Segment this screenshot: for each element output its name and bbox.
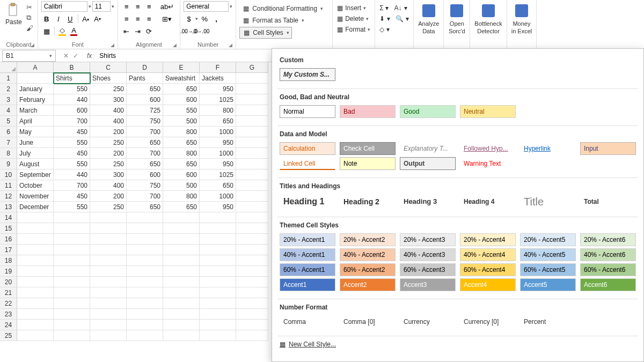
- cell[interactable]: [90, 287, 127, 298]
- launcher-icon[interactable]: ◢: [111, 42, 114, 48]
- cell[interactable]: [163, 266, 200, 277]
- style-swatch[interactable]: Accent3: [400, 278, 456, 291]
- style-swatch[interactable]: 20% - Accent4: [460, 233, 516, 246]
- cell[interactable]: 450: [54, 191, 90, 202]
- cell[interactable]: [127, 320, 163, 330]
- cell[interactable]: [90, 330, 127, 341]
- col-header[interactable]: B: [54, 62, 90, 73]
- cell[interactable]: Pants: [127, 73, 163, 84]
- style-swatch[interactable]: 60% - Accent5: [520, 263, 576, 276]
- row-header[interactable]: 23: [0, 309, 17, 320]
- cell[interactable]: [17, 266, 54, 277]
- cell[interactable]: [127, 277, 163, 287]
- style-swatch[interactable]: 60% - Accent4: [460, 263, 516, 276]
- cell[interactable]: [17, 330, 54, 341]
- cell[interactable]: [200, 223, 236, 234]
- style-swatch[interactable]: Accent6: [580, 278, 636, 291]
- cell[interactable]: 800: [200, 105, 236, 116]
- cell[interactable]: [127, 266, 163, 277]
- cell[interactable]: 750: [127, 180, 163, 191]
- row-header[interactable]: 3: [0, 94, 17, 105]
- style-swatch[interactable]: 40% - Accent3: [400, 248, 456, 261]
- cell[interactable]: [127, 234, 163, 245]
- cell[interactable]: 250: [90, 84, 127, 94]
- enter-icon[interactable]: ✓: [73, 52, 78, 60]
- font-color-button[interactable]: A: [69, 26, 79, 36]
- cell[interactable]: [236, 245, 268, 255]
- style-swatch[interactable]: 40% - Accent6: [580, 248, 636, 261]
- cell[interactable]: [236, 159, 268, 169]
- style-swatch[interactable]: Note: [340, 157, 396, 170]
- style-swatch[interactable]: Accent1: [280, 278, 335, 291]
- format-painter-icon[interactable]: 🖌: [26, 24, 33, 32]
- cell[interactable]: 450: [54, 148, 90, 159]
- cell[interactable]: [163, 234, 200, 245]
- style-swatch[interactable]: Good: [400, 105, 456, 118]
- fx-icon[interactable]: fx: [84, 52, 95, 60]
- cell[interactable]: October: [17, 180, 54, 191]
- addin-button[interactable]: AnalyzeData: [414, 0, 444, 49]
- cell[interactable]: [236, 116, 268, 127]
- row-header[interactable]: 11: [0, 180, 17, 191]
- row-header[interactable]: 20: [0, 277, 17, 287]
- cell[interactable]: 700: [127, 127, 163, 137]
- col-header[interactable]: E: [163, 62, 200, 73]
- cell[interactable]: [163, 330, 200, 341]
- style-swatch[interactable]: Bad: [340, 105, 396, 118]
- style-swatch[interactable]: Linked Cell: [280, 157, 335, 170]
- style-swatch[interactable]: 20% - Accent1: [280, 233, 335, 246]
- cell[interactable]: [17, 298, 54, 309]
- align-middle-button[interactable]: ≡: [133, 1, 143, 12]
- cell[interactable]: April: [17, 116, 54, 127]
- cell[interactable]: 600: [127, 169, 163, 180]
- cell[interactable]: August: [17, 159, 54, 169]
- cell[interactable]: [54, 298, 90, 309]
- fill-button[interactable]: ⬇ ▾ 🔍▾: [378, 14, 410, 24]
- cell[interactable]: [236, 287, 268, 298]
- cell[interactable]: [236, 73, 268, 84]
- wrap-text-button[interactable]: ab↵: [158, 1, 177, 12]
- insert-button[interactable]: ▦Insert ▾: [336, 3, 367, 13]
- cell[interactable]: [163, 320, 200, 330]
- cell[interactable]: [236, 320, 268, 330]
- cell[interactable]: [163, 255, 200, 266]
- row-header[interactable]: 21: [0, 287, 17, 298]
- cell[interactable]: [236, 191, 268, 202]
- cell[interactable]: [200, 309, 236, 320]
- cell[interactable]: 650: [163, 84, 200, 94]
- cell[interactable]: [127, 287, 163, 298]
- cell[interactable]: [17, 255, 54, 266]
- cell[interactable]: [127, 309, 163, 320]
- number-format-input[interactable]: [184, 1, 229, 12]
- fill-color-button[interactable]: ◇: [57, 26, 68, 36]
- cell[interactable]: [200, 298, 236, 309]
- merge-button[interactable]: ⊞▾: [158, 13, 177, 24]
- cell[interactable]: 550: [54, 137, 90, 148]
- cell[interactable]: 650: [200, 180, 236, 191]
- cell[interactable]: 950: [200, 202, 236, 212]
- cell[interactable]: [236, 202, 268, 212]
- addin-button[interactable]: OpenSorc'd: [444, 0, 470, 49]
- cell[interactable]: [163, 212, 200, 223]
- italic-button[interactable]: I: [53, 13, 64, 24]
- cell[interactable]: [90, 212, 127, 223]
- new-cell-style-button[interactable]: ▦New Cell Style...: [272, 337, 643, 351]
- style-swatch[interactable]: 20% - Accent2: [340, 233, 396, 246]
- cell[interactable]: 650: [127, 84, 163, 94]
- cell[interactable]: [90, 277, 127, 287]
- launcher-icon[interactable]: ◢: [229, 42, 232, 48]
- row-header[interactable]: 14: [0, 212, 17, 223]
- style-swatch[interactable]: Output: [400, 157, 456, 170]
- cell[interactable]: 1000: [200, 191, 236, 202]
- cell[interactable]: [236, 180, 268, 191]
- cell[interactable]: [236, 169, 268, 180]
- align-left-button[interactable]: ≡: [121, 13, 132, 24]
- row-header[interactable]: 22: [0, 298, 17, 309]
- cell[interactable]: 600: [127, 94, 163, 105]
- shrink-font-button[interactable]: A▾: [92, 13, 103, 24]
- cell[interactable]: 600: [163, 94, 200, 105]
- cell[interactable]: [54, 330, 90, 341]
- autosum-button[interactable]: Σ ▾ A↓▾: [378, 3, 408, 13]
- cell[interactable]: [236, 105, 268, 116]
- cell[interactable]: [236, 127, 268, 137]
